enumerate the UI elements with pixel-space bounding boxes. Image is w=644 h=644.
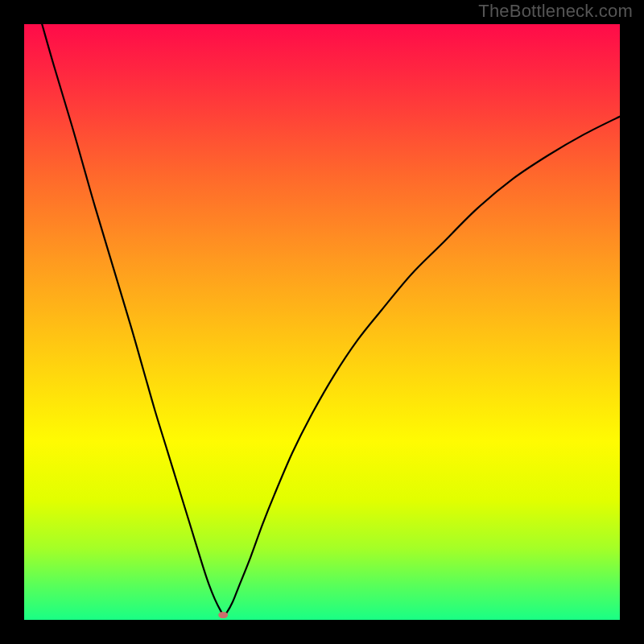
chart-frame: TheBottleneck.com xyxy=(0,0,644,644)
optimal-point-marker xyxy=(218,612,228,618)
gradient-background xyxy=(24,24,620,620)
plot-area xyxy=(24,24,620,620)
chart-svg xyxy=(24,24,620,620)
watermark-label: TheBottleneck.com xyxy=(478,1,633,22)
